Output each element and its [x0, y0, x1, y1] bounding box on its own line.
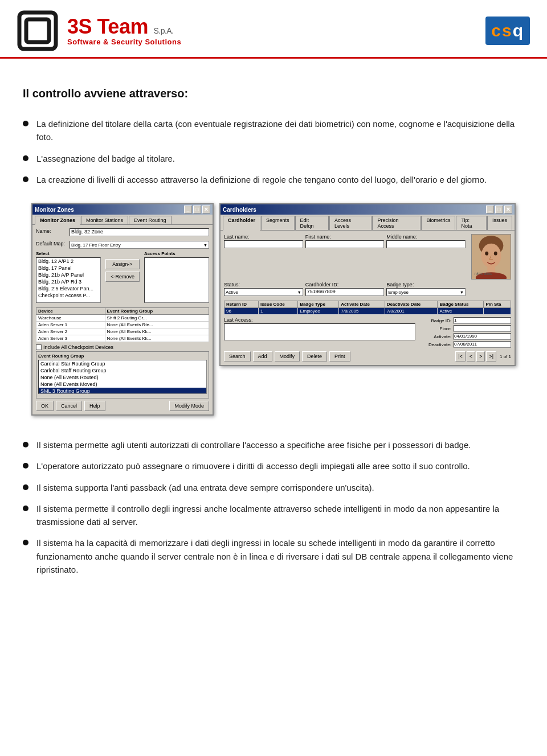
- monitor-zones-title: Monitor Zones: [35, 207, 74, 213]
- activate-input[interactable]: 04/01/1990: [454, 333, 511, 340]
- tab-edit-defqn[interactable]: Edit Defqn: [295, 216, 329, 230]
- tab-precision-access[interactable]: Precision Access: [372, 216, 421, 230]
- select-listbox[interactable]: Bldg. 12 A/P1 2 Bldg. 17 Panel Bldg. 21b…: [36, 257, 101, 303]
- routing-item-4[interactable]: None (All Events Moved): [39, 381, 206, 388]
- map-value: Bldg. 17 Fire Floor Entry: [71, 243, 121, 248]
- col-event-routing: Event Routing Group: [105, 308, 209, 315]
- tab-monitor-zones[interactable]: Monitor Zones: [35, 216, 80, 225]
- routing-item-1[interactable]: Cardinal Star Routing Group: [39, 360, 206, 367]
- routing-item-5[interactable]: SML 3 Routing Group: [39, 388, 206, 394]
- add-button[interactable]: Add: [253, 351, 272, 361]
- device-1: Warehouse: [36, 315, 105, 322]
- first-name-label: First name:: [305, 234, 385, 240]
- nav-prev-button[interactable]: <: [467, 351, 475, 361]
- cardholder-id-input[interactable]: 7519667809: [305, 288, 385, 296]
- badge-type-combo[interactable]: Employee ▼: [386, 288, 466, 296]
- list-item-5[interactable]: Bldg. 2:5 Elevator Pan...: [36, 285, 100, 292]
- print-button[interactable]: Print: [329, 351, 350, 361]
- activate-date-val: 7/8/2005: [339, 308, 385, 315]
- first-name-input[interactable]: [305, 240, 385, 248]
- bullet-item-2: L'assegnazione del badge al titolare.: [23, 152, 524, 165]
- select-col: Select Bldg. 12 A/P1 2 Bldg. 17 Panel Bl…: [36, 251, 101, 305]
- tab-event-routing[interactable]: Event Routing: [129, 216, 172, 224]
- deactivate-input[interactable]: 07/08/2011: [454, 341, 511, 348]
- close-button[interactable]: ✕: [202, 206, 210, 213]
- middle-name-col: Middle name:: [386, 234, 466, 250]
- tab-nota[interactable]: Tip: Nota: [456, 216, 487, 230]
- svg-rect-1: [26, 19, 49, 42]
- list-item-4[interactable]: Bldg. 21b A/P Rd 3: [36, 278, 100, 285]
- last-name-input[interactable]: [224, 240, 303, 248]
- cardholders-dialog: Cardholders _ □ ✕ Cardholder Segments Ed…: [219, 203, 516, 366]
- deactivate-label: Deactivate:: [420, 342, 451, 347]
- include-all-checkbox[interactable]: [36, 344, 42, 350]
- list-item-6[interactable]: Checkpoint Access P...: [36, 292, 100, 299]
- routing-item-2[interactable]: Carlobal Staff Routing Group: [39, 367, 206, 374]
- delete-button[interactable]: Delete: [302, 351, 327, 361]
- list-item-1[interactable]: Bldg. 12 A/P1 2: [36, 258, 100, 265]
- col-pin-sta: Pin Sta: [484, 301, 511, 308]
- ok-button[interactable]: OK: [36, 401, 54, 411]
- tab-access-levels[interactable]: Access Levels: [329, 216, 372, 230]
- bullet-text-b1: Il sistema permette agli utenti autorizz…: [36, 438, 471, 451]
- card-minimize-button[interactable]: _: [486, 206, 494, 213]
- photo-placeholder: nkno alias: [471, 234, 511, 280]
- return-id-val: 96: [224, 308, 259, 315]
- map-combo[interactable]: Bldg. 17 Fire Floor Entry ▼: [70, 241, 209, 249]
- routing-listbox[interactable]: Cardinal Star Routing Group Carlobal Sta…: [38, 360, 207, 394]
- badge-table-row-1[interactable]: 96 1 Employee 7/8/2005 7/8/2001 Active: [224, 308, 511, 315]
- card-close-button[interactable]: ✕: [504, 206, 512, 213]
- spa-label: S.p.A.: [153, 26, 173, 35]
- tab-issues[interactable]: Issues: [487, 216, 512, 230]
- tab-monitor-stations[interactable]: Monitor Stations: [81, 216, 128, 224]
- badge-type-value: Employee: [388, 290, 409, 295]
- company-logo-icon: [17, 10, 58, 51]
- nav-first-button[interactable]: |<: [455, 351, 466, 361]
- table-row-1: Warehouse Shift 2 Routing Gr...: [36, 315, 209, 322]
- select-row: Select Bldg. 12 A/P1 2 Bldg. 17 Panel Bl…: [36, 251, 209, 305]
- maximize-button[interactable]: □: [193, 206, 201, 213]
- company-subtitle: Software & Security Solutions: [67, 38, 181, 46]
- bullet-text-b3: Il sistema supporta l'anti passback (ad …: [36, 481, 374, 494]
- access-points-listbox[interactable]: [144, 257, 209, 303]
- assign-button[interactable]: Assign->: [105, 259, 140, 269]
- nav-last-button[interactable]: >|: [486, 351, 496, 361]
- access-points-label: Access Points: [144, 251, 209, 256]
- floor-input[interactable]: [454, 325, 511, 332]
- titlebar-buttons: _ □ ✕: [184, 206, 210, 213]
- cancel-button[interactable]: Cancel: [56, 401, 82, 411]
- modify-button[interactable]: Modify: [275, 351, 300, 361]
- nav-next-button[interactable]: >: [476, 351, 485, 361]
- bullet-bottom-5: Il sistema ha la capacità di memorizzare…: [23, 536, 524, 576]
- card-nav-buttons: |< < > >| 1 of 1: [455, 351, 511, 361]
- list-item-2[interactable]: Bldg. 17 Panel: [36, 265, 100, 272]
- csq-logo-block: csq: [485, 17, 530, 45]
- device-2: Aden Server 1: [36, 322, 105, 328]
- col-deactivate-date: Deactivate Date: [385, 301, 438, 308]
- company-branding: 3S Team S.p.A. Software & Security Solut…: [17, 10, 181, 51]
- list-item-3[interactable]: Bldg. 21b A/P Panel: [36, 272, 100, 278]
- bullet-text-b5: Il sistema ha la capacità di memorizzare…: [36, 536, 524, 576]
- detail-left: Last Access:: [224, 317, 415, 349]
- tab-cardholder[interactable]: Cardholder: [223, 216, 260, 231]
- bullet-text-b2: L'operatore autorizzato può assegnare o …: [36, 459, 470, 472]
- table-row-3: Aden Server 2 None (All Events Kk...: [36, 328, 209, 335]
- help-button[interactable]: Help: [84, 401, 105, 411]
- badge-id-input[interactable]: 1: [454, 317, 511, 324]
- bottom-bullet-list: Il sistema permette agli utenti autorizz…: [23, 438, 524, 576]
- tab-segments[interactable]: Segments: [261, 216, 295, 230]
- floor-label: Floor:: [420, 326, 451, 331]
- name-input[interactable]: Bldg. 32 Zone: [70, 228, 209, 236]
- tab-biometrics[interactable]: Biometrics: [421, 216, 455, 230]
- status-combo[interactable]: Active ▼: [224, 288, 303, 296]
- remove-button[interactable]: <-Remove: [105, 272, 140, 282]
- card-maximize-button[interactable]: □: [495, 206, 503, 213]
- modify-mode-button[interactable]: Modify Mode: [169, 401, 209, 411]
- event-routing-section: Event Routing Group Cardinal Star Routin…: [36, 351, 209, 398]
- routing-item-3[interactable]: None (All Events Routed): [39, 374, 206, 381]
- event-routing-label: Event Routing Group: [38, 354, 207, 359]
- middle-name-input[interactable]: [386, 240, 466, 248]
- name-fields-row: Last name: First name: Middle name:: [224, 234, 511, 280]
- search-button[interactable]: Search: [224, 351, 251, 361]
- minimize-button[interactable]: _: [184, 206, 192, 213]
